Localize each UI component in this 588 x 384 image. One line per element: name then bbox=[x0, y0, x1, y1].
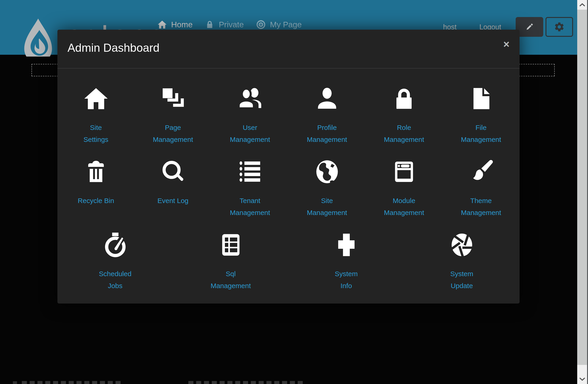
nav-label: Home bbox=[171, 20, 192, 29]
admin-dashboard-modal: Admin Dashboard × SiteSettingsPageManage… bbox=[57, 30, 520, 304]
tile-label: FileManagement bbox=[461, 122, 501, 146]
nav-item-private[interactable]: Private bbox=[204, 19, 244, 30]
admin-tile-system-update[interactable]: SystemUpdate bbox=[404, 230, 520, 292]
admin-tile-scheduled-jobs[interactable]: ScheduledJobs bbox=[57, 230, 173, 292]
person-icon bbox=[313, 84, 341, 113]
tile-label: UserManagement bbox=[230, 122, 270, 146]
clipped-content-fragment bbox=[13, 381, 17, 384]
chevron-down-icon bbox=[579, 377, 585, 381]
tile-label: ScheduledJobs bbox=[99, 268, 132, 292]
nav-label: My Page bbox=[270, 20, 302, 29]
tile-label: SiteManagement bbox=[307, 195, 347, 219]
tile-label: SiteSettings bbox=[83, 122, 108, 146]
tile-label: ProfileManagement bbox=[307, 122, 347, 146]
admin-tile-event-log[interactable]: Event Log bbox=[134, 157, 211, 219]
admin-tile-theme-management[interactable]: ThemeManagement bbox=[443, 157, 520, 219]
globe-icon bbox=[313, 157, 341, 186]
admin-tile-page-management[interactable]: PageManagement bbox=[134, 84, 211, 146]
admin-tile-tenant-management[interactable]: TenantManagement bbox=[211, 157, 289, 219]
scroll-up-button[interactable] bbox=[577, 0, 587, 10]
admin-tile-user-management[interactable]: UserManagement bbox=[211, 84, 289, 146]
clipped-content-fragment bbox=[188, 381, 303, 384]
modal-title: Admin Dashboard bbox=[67, 41, 159, 54]
tile-label: SqlManagement bbox=[211, 268, 251, 292]
admin-tile-file-management[interactable]: FileManagement bbox=[443, 84, 520, 146]
nav-label: Private bbox=[219, 20, 244, 29]
main-nav: Home Private My Page bbox=[157, 19, 302, 30]
control-panel-button[interactable] bbox=[546, 17, 573, 37]
lock-icon bbox=[390, 84, 418, 113]
admin-tile-recycle-bin[interactable]: Recycle Bin bbox=[57, 157, 134, 219]
admin-tile-system-info[interactable]: SystemInfo bbox=[289, 230, 404, 292]
table-icon bbox=[217, 230, 245, 260]
nav-item-home[interactable]: Home bbox=[157, 19, 192, 30]
tile-label: PageManagement bbox=[153, 122, 193, 146]
lock-icon bbox=[204, 19, 215, 30]
tile-label: ModuleManagement bbox=[384, 195, 424, 219]
browser-viewport: oqtane Home Private bbox=[0, 0, 588, 384]
admin-tile-row: SiteSettingsPageManagementUserManagement… bbox=[57, 84, 520, 146]
file-icon bbox=[467, 84, 495, 113]
tile-label: TenantManagement bbox=[230, 195, 270, 219]
pages-icon bbox=[159, 84, 187, 113]
trash-icon bbox=[82, 157, 110, 186]
chevron-up-icon bbox=[579, 3, 585, 7]
tile-label: ThemeManagement bbox=[461, 195, 501, 219]
admin-tile-profile-management[interactable]: ProfileManagement bbox=[289, 84, 365, 146]
tile-label: Recycle Bin bbox=[78, 195, 114, 207]
droplet-logo-icon bbox=[17, 18, 59, 57]
admin-tile-role-management[interactable]: RoleManagement bbox=[365, 84, 442, 146]
home-icon bbox=[157, 19, 168, 30]
admin-tile-site-settings[interactable]: SiteSettings bbox=[57, 84, 134, 146]
clipped-content-fragment bbox=[22, 381, 121, 384]
pencil-icon bbox=[524, 22, 534, 32]
admin-tile-module-management[interactable]: ModuleManagement bbox=[365, 157, 442, 219]
timer-icon bbox=[101, 230, 129, 260]
people-icon bbox=[236, 84, 264, 113]
search-icon bbox=[159, 157, 187, 186]
close-icon[interactable]: × bbox=[503, 39, 509, 49]
modal-header: Admin Dashboard × bbox=[57, 30, 520, 68]
scrollbar-thumb[interactable] bbox=[577, 10, 587, 365]
window-icon bbox=[390, 157, 418, 186]
target-icon bbox=[256, 19, 266, 30]
list-icon bbox=[236, 157, 264, 186]
admin-tile-sql-management[interactable]: SqlManagement bbox=[173, 230, 289, 292]
scroll-down-button[interactable] bbox=[577, 374, 587, 384]
brush-icon bbox=[467, 157, 495, 186]
admin-tile-grid: SiteSettingsPageManagementUserManagement… bbox=[57, 68, 520, 292]
tile-label: SystemUpdate bbox=[450, 268, 473, 292]
admin-tile-site-management[interactable]: SiteManagement bbox=[289, 157, 365, 219]
shutter-icon bbox=[448, 230, 476, 260]
tile-label: SystemInfo bbox=[335, 268, 358, 292]
plus-icon bbox=[332, 230, 360, 260]
nav-item-my-page[interactable]: My Page bbox=[256, 19, 302, 30]
edit-mode-button[interactable] bbox=[516, 17, 543, 37]
tile-label: Event Log bbox=[157, 195, 188, 207]
gear-icon bbox=[554, 21, 565, 32]
admin-tile-row: ScheduledJobsSqlManagementSystemInfoSyst… bbox=[57, 230, 520, 292]
admin-tile-row: Recycle BinEvent LogTenantManagementSite… bbox=[57, 157, 520, 219]
home-icon bbox=[82, 84, 110, 113]
tile-label: RoleManagement bbox=[384, 122, 424, 146]
vertical-scrollbar bbox=[577, 0, 588, 384]
